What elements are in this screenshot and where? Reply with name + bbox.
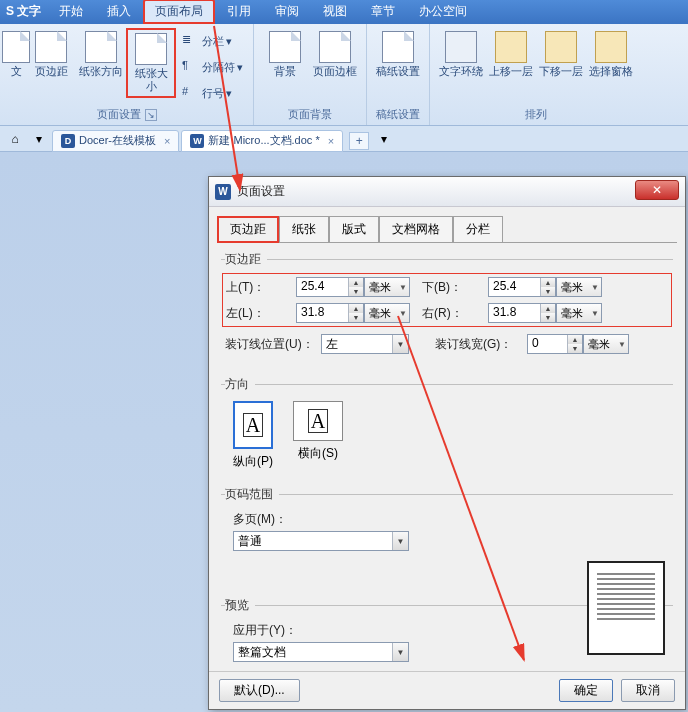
group-label-arrange: 排列: [436, 105, 636, 125]
line-numbers-button[interactable]: #行号 ▾: [178, 82, 247, 104]
tab-current-doc[interactable]: W 新建 Micro...文档.doc * ×: [181, 130, 343, 152]
apply-to-label: 应用于(Y)：: [233, 622, 297, 639]
close-icon[interactable]: ×: [328, 135, 334, 147]
spin-down-icon[interactable]: ▼: [541, 313, 555, 322]
border-icon: [319, 31, 351, 63]
portrait-icon: A: [233, 401, 273, 449]
page-setup-dialog: W 页面设置 ✕ 页边距 纸张 版式 文档网格 分栏 页边距 上(T)： 25.…: [208, 176, 686, 710]
tab-layout[interactable]: 版式: [329, 216, 379, 243]
page-orientation-button[interactable]: 纸张方向: [76, 28, 126, 81]
page-range-legend: 页码范围: [225, 486, 279, 503]
landscape-icon: A: [293, 401, 343, 441]
send-backward-button[interactable]: 下移一层: [536, 28, 586, 81]
menu-insert[interactable]: 插入: [95, 0, 143, 24]
tab-paper[interactable]: 纸张: [279, 216, 329, 243]
multipage-label: 多页(M)：: [233, 511, 287, 528]
spin-down-icon[interactable]: ▼: [349, 287, 363, 296]
top-margin-unit[interactable]: 毫米▼: [364, 277, 410, 297]
page-size-button[interactable]: 纸张大小: [126, 28, 176, 98]
landscape-option[interactable]: A 横向(S): [293, 401, 343, 470]
new-tab-button[interactable]: +: [349, 132, 369, 150]
linenum-icon: #: [182, 85, 198, 101]
selpane-label: 选择窗格: [589, 65, 633, 78]
selection-pane-button[interactable]: 选择窗格: [586, 28, 636, 81]
menu-office[interactable]: 办公空间: [407, 0, 479, 24]
text-direction-label: 文: [11, 65, 22, 78]
spin-down-icon[interactable]: ▼: [349, 313, 363, 322]
chevron-down-icon: ▼: [392, 532, 408, 550]
menu-page-layout[interactable]: 页面布局: [143, 0, 215, 24]
ok-button[interactable]: 确定: [559, 679, 613, 702]
orientation-icon: [85, 31, 117, 63]
spin-down-icon[interactable]: ▼: [568, 344, 582, 353]
left-margin-unit[interactable]: 毫米▼: [364, 303, 410, 323]
spin-up-icon[interactable]: ▲: [349, 304, 363, 313]
margins-button[interactable]: 页边距: [26, 28, 76, 81]
grid-icon: [382, 31, 414, 63]
gutter-width-input[interactable]: 0▲▼: [527, 334, 583, 354]
forward-icon: [495, 31, 527, 63]
tabs-dropdown[interactable]: ▾: [28, 129, 50, 149]
background-icon: [269, 31, 301, 63]
page-border-button[interactable]: 页面边框: [310, 28, 360, 81]
right-margin-unit[interactable]: 毫米▼: [556, 303, 602, 323]
tab-margins[interactable]: 页边距: [217, 216, 279, 243]
menu-references[interactable]: 引用: [215, 0, 263, 24]
default-button[interactable]: 默认(D)...: [219, 679, 300, 702]
dialog-launcher-icon[interactable]: ↘: [145, 109, 157, 121]
tab-docgrid[interactable]: 文档网格: [379, 216, 453, 243]
bottom-margin-label: 下(B)：: [422, 279, 488, 296]
tabs-menu[interactable]: ▾: [373, 129, 395, 149]
doc-icon: D: [61, 134, 75, 148]
spin-up-icon[interactable]: ▲: [541, 278, 555, 287]
ribbon: 文 页边距 纸张方向 纸张大小 ≣分栏 ▾ ¶分隔符 ▾ #行号 ▾ 页面设置↘: [0, 24, 688, 126]
chevron-down-icon: ▾: [226, 35, 232, 48]
columns-icon: ≣: [182, 33, 198, 49]
right-margin-input[interactable]: 31.8▲▼: [488, 303, 556, 323]
portrait-option[interactable]: A 纵向(P): [233, 401, 273, 470]
group-label-grid: 稿纸设置: [373, 105, 423, 125]
columns-button[interactable]: ≣分栏 ▾: [178, 30, 247, 52]
spin-down-icon[interactable]: ▼: [541, 287, 555, 296]
gutter-width-unit[interactable]: 毫米▼: [583, 334, 629, 354]
top-margin-label: 上(T)：: [226, 279, 296, 296]
text-direction-icon: [2, 31, 30, 63]
spin-up-icon[interactable]: ▲: [349, 278, 363, 287]
group-page-background: 背景 页面边框 页面背景: [254, 24, 367, 125]
bottom-margin-unit[interactable]: 毫米▼: [556, 277, 602, 297]
tab-columns[interactable]: 分栏: [453, 216, 503, 243]
breaks-button[interactable]: ¶分隔符 ▾: [178, 56, 247, 78]
cancel-button[interactable]: 取消: [621, 679, 675, 702]
dialog-tabs: 页边距 纸张 版式 文档网格 分栏: [209, 207, 685, 242]
page-size-icon: [135, 33, 167, 65]
menu-view[interactable]: 视图: [311, 0, 359, 24]
gutter-pos-select[interactable]: 左▼: [321, 334, 409, 354]
menu-review[interactable]: 审阅: [263, 0, 311, 24]
chevron-down-icon: ▾: [237, 61, 243, 74]
bottom-margin-input[interactable]: 25.4▲▼: [488, 277, 556, 297]
grid-setting-button[interactable]: 稿纸设置: [373, 28, 423, 81]
background-button[interactable]: 背景: [260, 28, 310, 81]
doc-icon: W: [190, 134, 204, 148]
left-margin-input[interactable]: 31.8▲▼: [296, 303, 364, 323]
dialog-title-bar[interactable]: W 页面设置 ✕: [209, 177, 685, 207]
tab-docer-templates[interactable]: D Docer-在线模板 ×: [52, 130, 179, 152]
menu-section[interactable]: 章节: [359, 0, 407, 24]
spin-up-icon[interactable]: ▲: [541, 304, 555, 313]
menubar: S 文字 开始 插入 页面布局 引用 审阅 视图 章节 办公空间: [0, 0, 688, 24]
grid-label: 稿纸设置: [376, 65, 420, 78]
landscape-label: 横向(S): [298, 445, 338, 462]
close-button[interactable]: ✕: [635, 180, 679, 200]
close-icon[interactable]: ×: [164, 135, 170, 147]
page-range-fieldset: 页码范围 多页(M)： 普通▼: [221, 486, 673, 567]
bring-forward-button[interactable]: 上移一层: [486, 28, 536, 81]
text-wrap-button[interactable]: 文字环绕: [436, 28, 486, 81]
menu-start[interactable]: 开始: [47, 0, 95, 24]
preview-legend: 预览: [225, 597, 255, 614]
top-margin-input[interactable]: 25.4▲▼: [296, 277, 364, 297]
multipage-select[interactable]: 普通▼: [233, 531, 409, 551]
home-button[interactable]: ⌂: [4, 129, 26, 149]
spin-up-icon[interactable]: ▲: [568, 335, 582, 344]
apply-to-select[interactable]: 整篇文档▼: [233, 642, 409, 662]
text-direction-button[interactable]: 文: [6, 28, 26, 81]
